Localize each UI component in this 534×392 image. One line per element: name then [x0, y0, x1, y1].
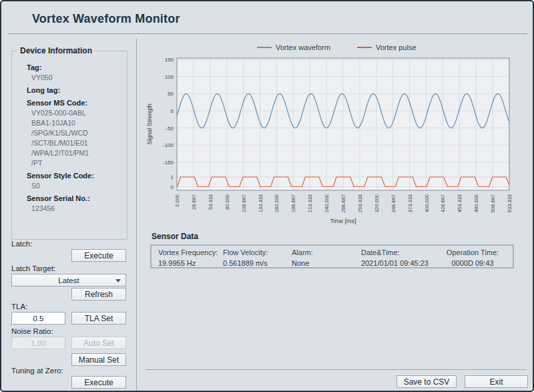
svg-text:150: 150	[165, 57, 174, 63]
sensor-ms-code-line: BBA1-10JA10	[31, 118, 127, 128]
auto-set-button[interactable]: Auto Set	[71, 337, 126, 349]
sensor-data-title: Sensor Data	[152, 232, 198, 241]
sensor-ms-code-line: /SCT/BL/M01/E01	[31, 138, 127, 148]
noise-ratio-input[interactable]	[11, 337, 65, 349]
svg-text:400.000: 400.000	[424, 194, 430, 212]
svg-text:266.667: 266.667	[340, 194, 346, 212]
operation-time-label: Operation Time:	[442, 248, 503, 258]
vortex-frequency-label: Vortex Frequency:	[158, 248, 223, 258]
sensor-col-vortex-frequency: Vortex Frequency: 19.9955 Hz	[158, 248, 223, 268]
sensor-col-operation-time: Operation Time: 0000D 09:43	[442, 248, 513, 268]
svg-text:533.333: 533.333	[507, 194, 513, 212]
tag-value: VY050	[31, 73, 127, 82]
waveform-chart: 0.00026.66753.33380.000106.667133.333160…	[138, 53, 532, 228]
svg-text:53.333: 53.333	[208, 194, 214, 210]
svg-text:480.000: 480.000	[473, 194, 479, 212]
flow-velocity-value: 0.561889 m/s	[223, 258, 292, 268]
device-information-list: Tag: VY050 Long tag: Sensor MS Code: VY0…	[27, 59, 127, 213]
svg-text:50: 50	[168, 91, 174, 97]
sensor-ms-code-line: /SPG/K1/SL/WCD	[31, 128, 127, 138]
vortex-frequency-value: 19.9955 Hz	[158, 258, 223, 268]
svg-text:160.000: 160.000	[274, 194, 280, 212]
svg-text:0.000: 0.000	[174, 194, 180, 207]
svg-text:213.333: 213.333	[307, 194, 313, 212]
footer-divider	[146, 369, 527, 370]
svg-text:Time [ms]: Time [ms]	[330, 218, 356, 224]
tla-label: TLA:	[11, 303, 27, 311]
latch-execute-button[interactable]: Execute	[71, 249, 126, 262]
panel-divider	[136, 39, 137, 391]
save-to-csv-button[interactable]: Save to CSV	[396, 375, 457, 388]
device-information-title: Device Information	[17, 46, 95, 55]
svg-text:186.667: 186.667	[290, 194, 296, 212]
svg-text:293.333: 293.333	[357, 194, 363, 212]
datetime-value: 2021/01/01 09:45:23	[361, 258, 442, 268]
page-title: Vortex Waveform Monitor	[32, 12, 180, 26]
long-tag-label: Long tag:	[27, 85, 127, 95]
alarm-value: None	[292, 258, 361, 268]
svg-text:80.000: 80.000	[224, 194, 230, 210]
sensor-col-datetime: Date&Time: 2021/01/01 09:45:23	[361, 248, 442, 268]
title-divider	[8, 33, 527, 34]
datetime-label: Date&Time:	[361, 248, 442, 258]
svg-text:373.333: 373.333	[407, 194, 413, 212]
pulse-legend-line-icon	[357, 47, 372, 48]
latch-target-selected-value: Latest	[58, 276, 79, 284]
sensor-col-flow-velocity: Flow Velocity: 0.561889 m/s	[223, 248, 292, 268]
sensor-style-code-value: S0	[31, 181, 127, 190]
svg-text:346.667: 346.667	[390, 194, 396, 212]
tla-input[interactable]	[11, 312, 65, 325]
legend-item-pulse: Vortex pulse	[357, 43, 417, 51]
latch-label: Latch:	[11, 240, 32, 248]
svg-text:-150: -150	[163, 160, 174, 166]
sensor-style-code-label: Sensor Style Code:	[27, 171, 127, 180]
legend-item-waveform: Vortex waveform	[257, 43, 330, 51]
svg-text:Signal Strength: Signal Strength	[146, 104, 153, 145]
waveform-legend-line-icon	[257, 47, 272, 48]
svg-text:0: 0	[171, 108, 174, 114]
flow-velocity-label: Flow Velocity:	[223, 248, 292, 258]
pulse-legend-label: Vortex pulse	[376, 43, 417, 51]
alarm-label: Alarm:	[292, 248, 361, 258]
sensor-ms-code-line: /PT	[31, 158, 127, 168]
sensor-ms-code-label: Sensor MS Code:	[27, 98, 127, 108]
sensor-ms-code-line: VY025-000-0ABL	[31, 108, 127, 118]
waveform-legend-label: Vortex waveform	[276, 43, 330, 51]
svg-text:-100: -100	[163, 142, 174, 148]
sensor-ms-code-line: /WPA/L2/T01/PM1	[31, 148, 127, 158]
svg-text:240.000: 240.000	[324, 194, 330, 212]
svg-text:106.667: 106.667	[241, 194, 247, 212]
refresh-button[interactable]: Refresh	[71, 288, 126, 301]
svg-text:426.667: 426.667	[440, 194, 446, 212]
tuning-at-zero-label: Tuning at Zero:	[11, 367, 63, 375]
svg-text:26.667: 26.667	[191, 194, 197, 210]
svg-text:506.667: 506.667	[490, 194, 496, 212]
sensor-serial-label: Sensor Serial No.:	[27, 194, 127, 203]
latch-target-select[interactable]: Latest	[11, 274, 126, 286]
operation-time-value: 0000D 09:43	[442, 258, 503, 268]
svg-text:133.333: 133.333	[258, 194, 264, 212]
device-information-group: Device Information Tag: VY050 Long tag: …	[11, 51, 127, 240]
tag-label: Tag:	[27, 63, 127, 72]
latch-target-label: Latch Target:	[11, 264, 55, 272]
tuning-execute-button[interactable]: Execute	[71, 376, 126, 389]
svg-text:0: 0	[171, 184, 174, 190]
svg-text:453.333: 453.333	[457, 194, 463, 212]
svg-text:100: 100	[165, 74, 174, 80]
app-window: Vortex Waveform Monitor Device Informati…	[0, 0, 534, 392]
svg-text:-50: -50	[166, 126, 174, 132]
dropdown-arrow-icon	[115, 279, 121, 282]
sensor-serial-value: 123456	[31, 204, 127, 213]
manual-set-button[interactable]: Manual Set	[71, 353, 126, 366]
sensor-col-alarm: Alarm: None	[292, 248, 361, 268]
svg-text:1: 1	[171, 174, 174, 180]
noise-ratio-label: Noise Ratio:	[11, 327, 53, 335]
svg-text:320.000: 320.000	[374, 194, 380, 212]
tla-set-button[interactable]: TLA Set	[71, 312, 126, 325]
exit-button[interactable]: Exit	[465, 375, 528, 388]
sensor-data-panel: Vortex Frequency: 19.9955 Hz Flow Veloci…	[150, 244, 514, 268]
